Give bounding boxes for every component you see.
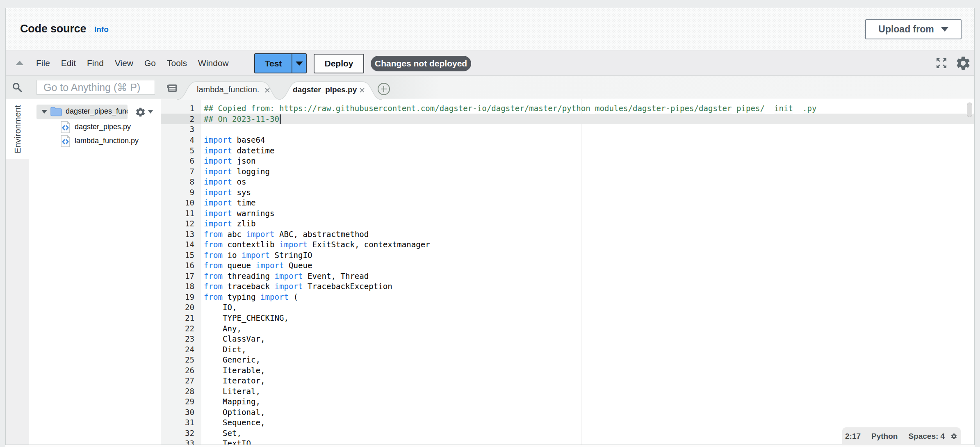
tab-lambda_function.[interactable]: lambda_function. — [177, 81, 281, 100]
file-tree: dagster_pipes_function dagster_pipes.py … — [29, 99, 161, 445]
menu-item-window[interactable]: Window — [198, 58, 229, 68]
line-number: 1 — [161, 103, 194, 114]
code-line: from abc import ABC, abstractmethod — [204, 229, 816, 240]
code-line: import warnings — [204, 208, 816, 219]
gear-icon — [135, 107, 146, 118]
menu-item-find[interactable]: Find — [87, 58, 104, 68]
code-content: ## Copied from: https://raw.githubuserco… — [204, 103, 816, 445]
test-dropdown[interactable] — [292, 54, 306, 73]
line-number: 9 — [161, 187, 194, 198]
changes-not-deployed-badge: Changes not deployed — [371, 56, 471, 71]
environment-tab-label: Environment — [13, 105, 23, 153]
text-cursor — [280, 114, 281, 124]
code-line: import time — [204, 198, 816, 208]
tab-dagster_pipes.py[interactable]: dagster_pipes.py — [278, 81, 382, 100]
code-line: TextIO, — [204, 438, 816, 445]
code-line: IO, — [204, 302, 816, 313]
panel-header: Code source Info Upload from — [6, 8, 974, 50]
tree-settings-button[interactable] — [135, 106, 154, 118]
code-line: import os — [204, 177, 816, 187]
test-button-label[interactable]: Test — [255, 54, 292, 73]
code-line: from typing import ( — [204, 292, 816, 303]
code-line: from io import StringIO — [204, 250, 816, 261]
code-line: Any, — [204, 324, 816, 334]
menu-items: FileEditFindViewGoToolsWindow — [36, 50, 229, 75]
folder-icon — [50, 106, 62, 117]
chevron-down-icon — [941, 27, 948, 32]
code-line: from threading import Event, Thread — [204, 271, 816, 282]
search-input[interactable] — [36, 80, 155, 95]
tab-close-icon[interactable] — [358, 86, 366, 94]
code-line: Iterator, — [204, 376, 816, 386]
code-line: Mapping, — [204, 397, 816, 407]
line-number: 10 — [161, 198, 194, 208]
line-number: 18 — [161, 281, 194, 292]
menu-item-tools[interactable]: Tools — [167, 58, 187, 68]
info-link[interactable]: Info — [94, 25, 109, 34]
line-number: 11 — [161, 208, 194, 219]
chevron-expanded-icon[interactable] — [41, 110, 47, 114]
menu-item-view[interactable]: View — [115, 58, 133, 68]
menu-item-edit[interactable]: Edit — [61, 58, 76, 68]
code-line: import logging — [204, 166, 816, 177]
upload-from-button[interactable]: Upload from — [865, 19, 962, 39]
line-number: 29 — [161, 397, 194, 407]
fullscreen-icon[interactable] — [935, 57, 948, 70]
chevron-down-icon — [296, 62, 303, 66]
tab-list-icon[interactable] — [167, 84, 177, 93]
tree-folder-row[interactable]: dagster_pipes_function — [36, 105, 128, 119]
editor-status-bar: 2:17 Python Spaces: 4 — [842, 427, 961, 445]
tree-file-dagster_pipes.py[interactable]: dagster_pipes.py — [29, 120, 161, 134]
line-number: 14 — [161, 239, 194, 250]
menu-item-file[interactable]: File — [36, 58, 50, 68]
tree-folder-label: dagster_pipes_function — [66, 107, 128, 116]
line-number: 23 — [161, 334, 194, 344]
vertical-scrollbar-thumb[interactable] — [967, 103, 972, 117]
tab-label: lambda_function. — [197, 85, 259, 94]
environment-tab[interactable]: Environment — [6, 99, 29, 159]
line-number: 26 — [161, 365, 194, 376]
menu-item-go[interactable]: Go — [144, 58, 156, 68]
python-file-icon — [59, 121, 72, 134]
line-number: 4 — [161, 135, 194, 146]
test-button[interactable]: Test — [254, 53, 307, 73]
line-number: 16 — [161, 260, 194, 271]
tab-label: dagster_pipes.py — [293, 85, 357, 94]
line-number: 21 — [161, 313, 194, 324]
line-number: 13 — [161, 229, 194, 240]
deploy-button[interactable]: Deploy — [314, 54, 364, 73]
code-source-panel: Code source Info Upload from FileEditFin… — [5, 8, 975, 445]
chevron-down-icon — [148, 110, 153, 114]
tree-file-lambda_function.py[interactable]: lambda_function.py — [29, 134, 161, 148]
code-line: from contextlib import ExitStack, contex… — [204, 239, 816, 250]
code-line: Literal, — [204, 386, 816, 397]
environment-strip — [6, 159, 29, 445]
gear-icon[interactable] — [955, 55, 971, 71]
gear-icon[interactable] — [950, 431, 957, 442]
line-numbers: 1234567891011121314151617181920212223242… — [161, 103, 194, 445]
collapse-panel-button[interactable] — [16, 57, 25, 69]
code-line: import sys — [204, 187, 816, 198]
code-line: ClassVar, — [204, 334, 816, 344]
line-number: 2 — [161, 114, 194, 125]
sidebar: Environment dagster_pipes_function dagst… — [6, 99, 161, 445]
code-line: ## On 2023-11-30 — [204, 114, 816, 125]
code-editor[interactable]: 1234567891011121314151617181920212223242… — [161, 99, 974, 445]
code-line: import base64 — [204, 135, 816, 146]
code-line: from traceback import TracebackException — [204, 281, 816, 292]
upload-from-label: Upload from — [878, 24, 934, 35]
line-number: 27 — [161, 376, 194, 386]
line-number: 15 — [161, 250, 194, 261]
page-title: Code source — [20, 23, 86, 35]
search-icon — [11, 82, 23, 93]
code-line: from queue import Queue — [204, 260, 816, 271]
language-mode[interactable]: Python — [871, 432, 898, 441]
cursor-position[interactable]: 2:17 — [845, 432, 861, 441]
page-background-bottom — [5, 445, 975, 447]
line-number: 30 — [161, 407, 194, 418]
code-line: Iterable, — [204, 365, 816, 376]
line-number: 28 — [161, 386, 194, 397]
tree-file-label: lambda_function.py — [75, 137, 139, 145]
tab-close-icon[interactable] — [263, 86, 271, 94]
indent-setting[interactable]: Spaces: 4 — [908, 432, 945, 441]
